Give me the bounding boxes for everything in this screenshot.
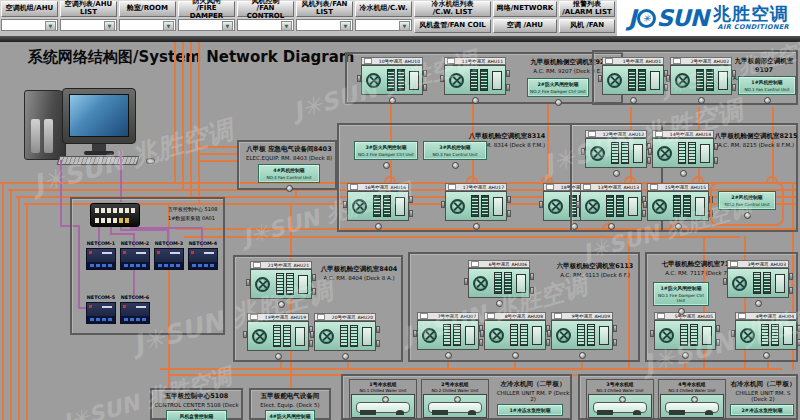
ahu-unit[interactable]: 11号空调器AHU11	[444, 57, 506, 104]
chiller-graphic	[588, 394, 652, 418]
fan-icon	[732, 276, 747, 291]
ahu-unit[interactable]: 14号空调器AHU14	[652, 130, 714, 177]
netcom-module[interactable]: NETCOM-6	[120, 295, 150, 324]
control-box[interactable]: 2#风机控制箱NO.2 Fan Control Unit	[718, 191, 776, 219]
fan-coil-button[interactable]: 风机盘管/FAN COIL	[414, 19, 491, 33]
toolbar-col-fan-control: 风机控制 /FAN CONTROL	[237, 1, 294, 31]
ahu-unit[interactable]: 5号空调器AHU05	[654, 312, 716, 359]
port-icon	[102, 264, 106, 267]
cw-list-button[interactable]: 冷水机组列表 /C.W. LIST	[414, 1, 491, 17]
fan-list-button[interactable]: 风机列表/FAN LIST	[296, 1, 353, 17]
fire-damper-button[interactable]: 防火风闸 /FIRE DAMPER	[178, 1, 235, 17]
fan-icon	[590, 146, 605, 161]
control-box[interactable]: 4#防火风闸控制箱	[265, 410, 315, 420]
ahu-label: 16号空调器AHU16	[347, 183, 409, 191]
ahu-name: 15号空调器	[665, 185, 689, 190]
ahu-name: 17号空调器	[463, 185, 487, 190]
network-switch[interactable]	[90, 203, 140, 227]
fire-damper-select[interactable]	[178, 19, 235, 31]
equipment-room-box: 五甲板控制中心5108CONTROL CENTER 5108 (Deck 5)风…	[150, 388, 243, 420]
ahu-list-select[interactable]	[60, 19, 117, 31]
chiller-unit[interactable]: 2号冷水机组NO.2 Chilled Water Unit	[421, 379, 489, 420]
ahu-unit[interactable]: 17号空调器AHU17	[445, 183, 507, 230]
cc-label-1: 五甲板控制中心 5108	[168, 205, 226, 214]
cable-orange	[10, 189, 12, 420]
ahu-unit[interactable]: 12号空调器AHU12	[585, 130, 647, 177]
netcom-module[interactable]: NETCOM-2	[120, 241, 150, 270]
ahu-unit[interactable]: 16号空调器AHU16	[347, 183, 409, 230]
control-box[interactable]: 4#风机控制箱NO.4 Fan Control Unit	[258, 164, 320, 192]
netcom-ports	[121, 316, 149, 323]
ahu-unit[interactable]: 7号空调器AHU07	[417, 312, 479, 359]
control-line2: NO.4 Fan Control Unit	[260, 175, 318, 180]
room-select[interactable]	[119, 19, 176, 31]
ahu-unit[interactable]: 2号空调器AHU02	[670, 57, 732, 104]
control-box[interactable]: 1#风机控制箱NO.1 Fan Control Unit	[738, 76, 796, 104]
control-box[interactable]: 2#冷冻水泵控制箱	[730, 404, 794, 416]
ahu-unit[interactable]: 21号空调器AHU21	[250, 261, 312, 308]
control-box[interactable]: 3#风机控制箱NO.3 Fan Control Unit	[423, 141, 487, 169]
control-box-face: 1#风机控制箱NO.1 Fan Control Unit	[738, 76, 796, 95]
ahu-unit[interactable]: 1号空调器AHU01	[602, 57, 664, 104]
chiller-unit[interactable]: 4号冷水机组NO.4 Chilled Water Unit	[658, 379, 726, 420]
ahu-graphic	[735, 320, 797, 350]
ahu-unit-button[interactable]: 空调机组/AHU	[1, 1, 58, 17]
ahu-list-button[interactable]: 空调列表/AHU LIST	[60, 1, 117, 17]
chiller-unit[interactable]: 1号冷水机组NO.1 Chilled Water Unit	[349, 379, 417, 420]
ahu-name: 12号空调器	[603, 132, 627, 137]
group-title-en: A.C. RM. 6113 (Deck 6 F.)	[550, 272, 640, 278]
fan-page-button[interactable]: 风机 /FAN	[559, 19, 615, 33]
filter-box-icon	[362, 327, 372, 346]
ahu-unit[interactable]: 13号空调器AHU13	[580, 183, 642, 230]
fan-control-button[interactable]: 风机控制 /FAN CONTROL	[237, 1, 294, 17]
ahu-unit[interactable]: 8号空调器AHU08	[484, 312, 546, 359]
filter-box-icon	[395, 197, 405, 216]
port-icon	[107, 218, 111, 223]
ahu-code: AHU13	[624, 185, 639, 190]
room-button[interactable]: 舱室/ROOM	[119, 1, 176, 17]
control-box[interactable]: 1#防火风闸控制箱NO.1 Fire Damper Ctrl Unit	[653, 282, 709, 315]
ahu-unit[interactable]: 10号空调器AHU10	[361, 57, 423, 104]
ahu-unit[interactable]: 15号空调器AHU15	[647, 183, 709, 230]
ahu-unit[interactable]: 20号空调器AHU20	[314, 313, 376, 360]
ahu-label: 20号空调器AHU20	[314, 313, 376, 321]
coil-icon	[587, 324, 595, 346]
ahu-unit[interactable]: 19号空调器AHU19	[247, 313, 309, 360]
pipe-tab	[480, 330, 484, 337]
chilled-water-button[interactable]: 冷水机组/C.W.	[355, 1, 412, 17]
network-port	[698, 97, 705, 104]
group-title-en: CHILLER UNIT RM. S (Deck 2)	[728, 390, 798, 402]
ahu-code: AHU14	[696, 132, 711, 137]
cable-orange	[2, 182, 4, 420]
ahu-page-button[interactable]: 空调 /AHU	[493, 19, 557, 33]
control-box[interactable]: 2#防火风闸控制箱NO.2 Fire Damper Ctrl Unit	[527, 78, 589, 106]
network-button[interactable]: 网络/NETWORK	[493, 1, 557, 17]
ahu-label: 8号空调器AHU08	[484, 312, 546, 320]
netcom-module[interactable]: NETCOM-1	[86, 241, 116, 270]
netcom-module[interactable]: NETCOM-5	[86, 295, 116, 324]
chiller-unit[interactable]: 3号冷水机组NO.3 Chilled Water Unit	[586, 379, 654, 420]
alarm-list-button[interactable]: 报警列表 /ALARM LIST	[559, 1, 615, 17]
ahu-unit[interactable]: 3号空调器AHU03	[727, 260, 789, 307]
netcom-module[interactable]: NETCOM-3	[154, 241, 184, 270]
filter-box-icon	[783, 326, 793, 345]
ahu-unit-select[interactable]	[1, 19, 58, 31]
ahu-unit[interactable]: 9号空调器AHU09	[551, 312, 613, 359]
control-box[interactable]: 3#防火风闸控制箱NO.3 Fire Damper Ctrl Unit	[354, 141, 418, 169]
ahu-unit[interactable]: 6号空调器AHU06	[468, 260, 530, 307]
control-box[interactable]: 风机盘管控制箱	[166, 410, 227, 420]
network-port	[678, 308, 685, 315]
pipe-tab	[246, 279, 250, 286]
fan-list-select[interactable]	[296, 19, 353, 31]
netcom-graphic	[188, 248, 218, 270]
ahu-code: AHU11	[488, 59, 503, 64]
fan-icon	[473, 276, 488, 291]
netcom-module[interactable]: NETCOM-4	[188, 241, 218, 270]
fan-control-select[interactable]	[237, 19, 294, 31]
pipe-tab	[530, 287, 534, 294]
cable-orange	[184, 236, 740, 238]
netcom-ports	[121, 262, 149, 269]
ahu-unit[interactable]: 4号空调器AHU04	[735, 312, 797, 359]
control-box[interactable]: 1#冷冻水泵控制箱	[497, 404, 563, 416]
chilled-water-select[interactable]	[355, 19, 412, 31]
